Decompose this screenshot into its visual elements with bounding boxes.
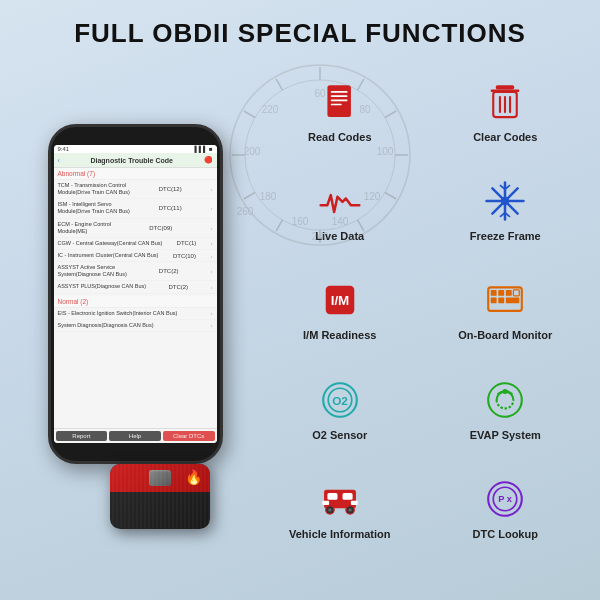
phone-row-ecm[interactable]: ECM - Engine ControlModule(ME) DTC(09) › [54, 219, 217, 238]
svg-text:140: 140 [332, 216, 349, 227]
svg-point-58 [488, 383, 522, 417]
svg-text:P x: P x [498, 494, 513, 504]
phone-abnormal-label: Abnormal (7) [54, 168, 217, 180]
svg-rect-67 [322, 500, 329, 504]
obd-red-top: 🔥 [110, 464, 210, 492]
chevron-right-icon-5: › [211, 253, 213, 259]
svg-rect-62 [342, 493, 352, 500]
svg-text:I/M: I/M [330, 293, 349, 308]
svg-rect-68 [351, 500, 358, 504]
svg-text:80: 80 [359, 104, 371, 115]
freeze-frame-icon [484, 180, 526, 222]
evap-system-label: EVAP System [470, 429, 541, 442]
svg-line-7 [358, 220, 365, 231]
svg-text:O2: O2 [332, 394, 348, 407]
phone-row-assyst-dtc: DTC(2) [159, 268, 179, 274]
svg-line-9 [276, 220, 283, 231]
o2-sensor-label: O2 Sensor [312, 429, 367, 442]
im-readiness-icon-wrapper: I/M [315, 275, 365, 325]
phone-screen-title: Diagnostic Trouble Code [62, 157, 202, 164]
freeze-frame-icon-wrapper [480, 176, 530, 226]
on-board-monitor-label: On-Board Monitor [458, 329, 552, 342]
im-readiness-label: I/M Readiness [303, 329, 376, 342]
page-title: FULL OBDII SPECIAL FUNCTIONS [10, 18, 590, 49]
feature-on-board-monitor[interactable]: On-Board Monitor [426, 262, 586, 355]
clear-dtcs-button[interactable]: Clear DTCs [163, 431, 215, 441]
help-button[interactable]: Help [109, 431, 161, 441]
clear-codes-label: Clear Codes [473, 131, 537, 144]
svg-text:180: 180 [260, 191, 277, 202]
phone-row-eis[interactable]: EIS - Electronic Ignition Switch(Interio… [54, 308, 217, 320]
o2-sensor-icon: O2 [319, 379, 361, 421]
on-board-monitor-icon [484, 279, 526, 321]
feature-o2-sensor[interactable]: O2 O2 Sensor [260, 362, 420, 455]
phone-row-tcm[interactable]: TCM - Transmission ControlModule(Drive T… [54, 180, 217, 199]
svg-text:100: 100 [377, 146, 394, 157]
svg-line-4 [385, 111, 396, 118]
obd-device: 🔥 [110, 464, 210, 529]
feature-vehicle-info[interactable]: Vehicle Information [260, 461, 420, 554]
evap-system-icon-wrapper [480, 375, 530, 425]
svg-point-66 [348, 508, 351, 511]
svg-line-6 [385, 193, 396, 200]
phone-row-eis-text: EIS - Electronic Ignition Switch(Interio… [58, 310, 178, 317]
phone-screen-header: ‹ Diagnostic Trouble Code 🔴 [54, 153, 217, 168]
phone-row-assyst[interactable]: ASSYST Active ServiceSystem(Diagnose CAN… [54, 262, 217, 281]
chevron-right-icon-2: › [210, 205, 212, 211]
flame-icon: 🔥 [185, 469, 202, 485]
chevron-right-icon: › [210, 186, 212, 192]
phone-row-tcm-dtc: DTC(12) [159, 186, 182, 192]
svg-text:240: 240 [312, 231, 329, 242]
speedometer-bg: 60 80 100 120 140 160 180 200 220 240 26… [220, 55, 420, 255]
phone-row-ic[interactable]: IC - Instrument Cluster(Central CAN Bus)… [54, 250, 217, 262]
phone-row-cgw[interactable]: CGW - Central Gateway(Central CAN Bus) D… [54, 238, 217, 250]
phone-row-tcm-text: TCM - Transmission ControlModule(Drive T… [58, 182, 130, 196]
phone-row-assyst-plus[interactable]: ASSYST PLUS(Diagnose CAN Bus) DTC(2) › [54, 281, 217, 293]
phone-status-bar: 9:41 ▌▌▌ ■ [54, 145, 217, 153]
svg-text:160: 160 [292, 216, 309, 227]
obd-body: 🔥 [110, 464, 210, 529]
dtc-lookup-icon: P x [484, 478, 526, 520]
phone-row-sysdiag[interactable]: System Diagnosis(Diagnosis CAN Bus) › [54, 320, 217, 332]
svg-rect-49 [499, 290, 505, 296]
page-header: FULL OBDII SPECIAL FUNCTIONS [0, 0, 600, 59]
clear-codes-icon-wrapper [480, 77, 530, 127]
feature-dtc-lookup[interactable]: P x DTC Lookup [426, 461, 586, 554]
report-button[interactable]: Report [56, 431, 108, 441]
svg-text:120: 120 [364, 191, 381, 202]
svg-rect-50 [506, 290, 512, 296]
feature-evap-system[interactable]: EVAP System [426, 362, 586, 455]
feature-im-readiness[interactable]: I/M I/M Readiness [260, 262, 420, 355]
chevron-right-icon-6: › [211, 268, 213, 274]
feature-freeze-frame[interactable]: Freeze Frame [426, 163, 586, 256]
svg-rect-61 [327, 493, 337, 500]
phone-screen: 9:41 ▌▌▌ ■ ‹ Diagnostic Trouble Code 🔴 A… [54, 145, 217, 443]
obd-button [149, 470, 171, 486]
svg-line-3 [358, 79, 365, 90]
svg-point-40 [501, 197, 509, 205]
vehicle-info-icon [319, 478, 361, 520]
phone-back-button[interactable]: ‹ [58, 157, 60, 164]
phone-row-ism[interactable]: ISM - Intelligent ServoModule(Drive Trai… [54, 199, 217, 218]
svg-text:220: 220 [262, 104, 279, 115]
phone-row-ism-text: ISM - Intelligent ServoModule(Drive Trai… [58, 201, 130, 215]
feature-clear-codes[interactable]: Clear Codes [426, 64, 586, 157]
chevron-right-icon-8: › [211, 310, 213, 316]
svg-line-13 [276, 79, 283, 90]
chevron-right-icon-7: › [211, 284, 213, 290]
phone-normal-label: Normal (2) [54, 296, 217, 308]
vehicle-info-icon-wrapper [315, 474, 365, 524]
phone-row-cgw-dtc: DTC(1) [177, 240, 197, 246]
dtc-lookup-label: DTC Lookup [473, 528, 538, 541]
phone-row-cgw-text: CGW - Central Gateway(Central CAN Bus) [58, 240, 163, 247]
phone-row-ecm-dtc: DTC(09) [149, 225, 172, 231]
evap-system-icon [484, 379, 526, 421]
phone-row-assyst-text: ASSYST Active ServiceSystem(Diagnose CAN… [58, 264, 127, 278]
svg-rect-53 [506, 298, 519, 304]
clear-codes-icon [484, 81, 526, 123]
chevron-right-icon-9: › [211, 322, 213, 328]
im-readiness-icon: I/M [319, 279, 361, 321]
phone-dtc-list: TCM - Transmission ControlModule(Drive T… [54, 180, 217, 294]
phone-row-ic-text: IC - Instrument Cluster(Central CAN Bus) [58, 252, 159, 259]
phone-row-assystplus-dtc: DTC(2) [168, 284, 188, 290]
